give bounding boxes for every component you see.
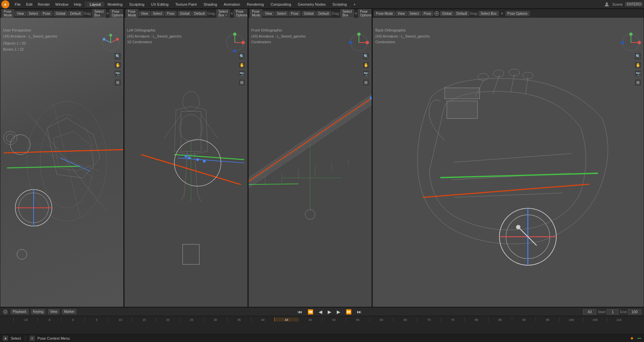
vp1-grid-icon[interactable]: ⊞ <box>114 79 121 86</box>
vp3-grid-icon[interactable]: ⊞ <box>362 79 370 86</box>
mark-60: 60 <box>369 318 393 322</box>
vp2-select-box-btn[interactable]: Select Box ~ <box>216 9 230 18</box>
vp4-select-btn[interactable]: Select <box>408 11 421 16</box>
step-frame-back-btn[interactable]: ◀ <box>317 308 324 315</box>
play-btn[interactable]: ▶ <box>326 308 333 315</box>
menu-edit[interactable]: Edit <box>23 2 35 7</box>
frame-start-input[interactable] <box>607 309 619 315</box>
vp1-mode-btn[interactable]: Pose Mode <box>2 9 14 18</box>
vp1-camera-icon[interactable]: 📷 <box>114 70 121 77</box>
svg-line-37 <box>181 194 184 201</box>
vp3-close-btn[interactable]: × <box>355 11 357 16</box>
vp4-grid-icon[interactable]: ⊞ <box>634 79 642 86</box>
step-fwd-btn[interactable]: ⏩ <box>344 308 353 315</box>
timeline-mode-icon[interactable] <box>3 309 8 315</box>
vp3-hand-icon[interactable]: ✋ <box>362 61 370 69</box>
viewport-left-ortho[interactable]: Pose Mode View Select Pose Global Defaul… <box>124 9 248 307</box>
vp1-view-btn[interactable]: View <box>15 11 26 16</box>
tab-animation[interactable]: Animation <box>220 2 244 7</box>
vp1-select-box-btn[interactable]: Select Box <box>92 9 106 18</box>
vp1-pose-btn[interactable]: Pose <box>41 11 52 16</box>
vp2-select-btn[interactable]: Select <box>151 11 164 16</box>
vp4-pose-options-btn[interactable]: Pose Options <box>505 11 530 16</box>
vp1-magnify-icon[interactable]: 🔍 <box>114 53 121 60</box>
vp2-default-btn[interactable]: Default <box>192 11 207 16</box>
tab-sculpting[interactable]: Sculpting <box>126 2 148 7</box>
tab-add[interactable]: + <box>350 2 359 7</box>
vp3-mode-btn[interactable]: Pose Mode <box>250 9 262 18</box>
vp1-default-btn[interactable]: Default <box>68 11 83 16</box>
vp1-toolbar: Pose Mode View Select Pose Global Defaul… <box>0 9 123 18</box>
menu-file[interactable]: File <box>12 2 23 7</box>
menu-render[interactable]: Render <box>35 2 53 7</box>
vp3-magnify-icon[interactable]: 🔍 <box>362 53 370 60</box>
vp4-close-btn[interactable]: × <box>499 11 505 16</box>
vp2-grid-icon[interactable]: ⊞ <box>238 79 246 86</box>
svg-point-89 <box>509 69 520 76</box>
vp2-gizmo <box>225 33 245 53</box>
vp3-orientation-btn[interactable]: Global <box>302 11 316 16</box>
vp1-pose-options-btn[interactable]: Pose Options <box>110 9 124 18</box>
svg-line-86 <box>526 77 528 94</box>
vp1-drag-label: Drag: <box>84 12 92 15</box>
tab-geometry-nodes[interactable]: Geometry Nodes <box>294 2 329 7</box>
vp2-pose-btn[interactable]: Pose <box>165 11 176 16</box>
timeline-view-btn[interactable]: View <box>48 309 59 314</box>
vp4-view-btn[interactable]: View <box>396 11 407 16</box>
vp2-mode-btn[interactable]: Pose Mode <box>126 9 138 18</box>
vp4-hand-icon[interactable]: ✋ <box>634 61 642 69</box>
vp2-orientation-btn[interactable]: Global <box>178 11 192 16</box>
jump-end-btn[interactable]: ⏭ <box>356 308 363 315</box>
tab-shading[interactable]: Shading <box>200 2 220 7</box>
timeline-track[interactable]: -10 -5 0 5 10 15 20 25 30 35 40 43 45 50… <box>0 316 644 334</box>
vp2-camera-icon[interactable]: 📷 <box>238 70 246 77</box>
vp4-magnify-icon[interactable]: 🔍 <box>634 53 642 60</box>
step-frame-fwd-btn[interactable]: ▶ <box>335 308 342 315</box>
vp1-close-btn[interactable]: × <box>106 11 109 16</box>
vp1-select-btn[interactable]: Select <box>27 11 40 16</box>
viewport-user-perspective[interactable]: Pose Mode View Select Pose Global Defaul… <box>0 9 124 307</box>
frame-current-input[interactable]: 43 <box>583 309 596 315</box>
tab-modeling[interactable]: Modeling <box>104 2 126 7</box>
tab-rendering[interactable]: Rendering <box>244 2 267 7</box>
vp4-orientation-btn[interactable]: Global <box>440 11 454 16</box>
tab-compositing[interactable]: Compositing <box>267 2 294 7</box>
viewport-back-ortho[interactable]: Pose Mode View Select Pose Global Defaul… <box>372 9 644 307</box>
tab-uv-editing[interactable]: UV Editing <box>148 2 172 7</box>
jump-start-btn[interactable]: ⏮ <box>296 308 304 315</box>
vp2-bg <box>124 9 248 307</box>
vp3-camera-icon[interactable]: 📷 <box>362 70 370 77</box>
timeline-playback-btn[interactable]: Playback <box>11 309 29 314</box>
vp4-default-btn[interactable]: Default <box>454 11 469 16</box>
svg-rect-44 <box>183 244 200 265</box>
menu-help[interactable]: Help <box>71 2 84 7</box>
vp3-select-btn[interactable]: Select <box>275 11 288 16</box>
vp2-magnify-icon[interactable]: 🔍 <box>238 53 246 60</box>
vp3-pose-options-btn[interactable]: Pose Options <box>358 9 372 18</box>
vp3-select-box-btn[interactable]: Select Box <box>340 9 354 18</box>
vp1-orientation-btn[interactable]: Global <box>54 11 67 16</box>
statusbar-green-bar <box>637 338 641 339</box>
tab-texture-paint[interactable]: Texture Paint <box>172 2 200 7</box>
vp3-view-btn[interactable]: View <box>263 11 274 16</box>
vp4-pose-btn[interactable]: Pose <box>422 11 433 16</box>
vp4-select-box-btn[interactable]: Select Box <box>479 11 499 16</box>
step-back-btn[interactable]: ⏪ <box>306 308 315 315</box>
vp2-view-btn[interactable]: View <box>139 11 150 16</box>
vp1-hand-icon[interactable]: ✋ <box>114 61 121 69</box>
vp3-default-btn[interactable]: Default <box>316 11 331 16</box>
tab-layout[interactable]: Layout <box>87 2 104 7</box>
timeline-marker-btn[interactable]: Marker <box>62 309 76 314</box>
vp2-pose-options-btn[interactable]: Pose Options <box>234 9 248 18</box>
vp2-hand-icon[interactable]: ✋ <box>238 61 246 69</box>
vp4-mode-btn[interactable]: Pose Mode <box>374 11 395 16</box>
menu-window[interactable]: Window <box>53 2 71 7</box>
vp4-camera-icon[interactable]: 📷 <box>634 70 642 77</box>
vp2-close-btn[interactable]: × <box>230 11 233 16</box>
frame-end-input[interactable] <box>628 309 641 315</box>
timeline-keying-btn[interactable]: Keying <box>31 309 46 314</box>
tab-scripting[interactable]: Scripting <box>329 2 350 7</box>
viewport-front-ortho[interactable]: Pose Mode View Select Pose Global Defaul… <box>248 9 372 307</box>
vp3-pose-btn[interactable]: Pose <box>289 11 301 16</box>
svg-line-33 <box>164 115 181 138</box>
